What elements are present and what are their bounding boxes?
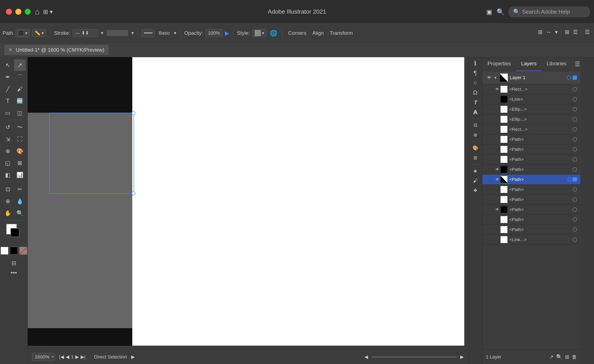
layer-item-14[interactable]: 👁 <Path>: [482, 215, 580, 225]
more-tools-btn[interactable]: •••: [11, 269, 17, 276]
eyedropper-btn[interactable]: 💧: [14, 195, 26, 207]
layer-group-header[interactable]: 👁 ▾ Layer 1: [482, 71, 580, 84]
layer-item-circle-3[interactable]: [573, 107, 577, 111]
layer-item-12[interactable]: 👁 <Path>: [482, 195, 580, 205]
scrollbar-horizontal[interactable]: [28, 346, 464, 350]
pen-tool-btn[interactable]: ✒: [2, 71, 14, 83]
layer-item-11[interactable]: 👁 <Path>: [482, 185, 580, 195]
layer-item-7[interactable]: 👁 <Path>: [482, 144, 580, 155]
layer-item-vis-7[interactable]: 👁: [494, 147, 500, 152]
maximize-button[interactable]: [25, 9, 31, 15]
list-view-icon[interactable]: ☰: [573, 29, 578, 37]
layer-item-4[interactable]: 👁 <Ellip...>: [482, 114, 580, 124]
paragraph-icon[interactable]: ¶: [471, 69, 480, 77]
layer-target-circle[interactable]: [567, 75, 571, 80]
chart-tool-btn[interactable]: 📊: [14, 169, 26, 181]
canvas-area[interactable]: 1600% |◀ ◀ 1 ▶ ▶| Direct Selection ▶ ◀ ▶: [28, 57, 468, 364]
tab-layers[interactable]: Layers: [516, 57, 541, 71]
layer-item-circle-14[interactable]: [573, 217, 577, 222]
artboard-tool-btn[interactable]: ⊡: [2, 183, 14, 195]
align-distribute-icon[interactable]: ⊞: [538, 29, 543, 37]
stroke-value-btn[interactable]: — ⬆⬇: [73, 29, 98, 37]
search-box[interactable]: 🔍 Search Adobe Help: [509, 7, 590, 17]
rect-tool-btn[interactable]: ▭: [2, 107, 14, 119]
layer-expand-chevron[interactable]: ▾: [493, 75, 498, 80]
menu-icon[interactable]: ☰: [585, 29, 590, 37]
shape-builder-btn[interactable]: ⊕: [2, 145, 14, 157]
layer-item-vis-1[interactable]: 👁: [494, 87, 500, 92]
duplicate-layer-btn[interactable]: ⊞: [565, 354, 569, 360]
layer-item-circle-9[interactable]: [573, 167, 577, 172]
layer-item-circle-7[interactable]: [573, 147, 577, 151]
transform-icon[interactable]: ↔: [546, 29, 552, 37]
layer-item-vis-4[interactable]: 👁: [494, 117, 500, 122]
page-prev-btn[interactable]: ◀: [66, 354, 69, 360]
layer-item-vis-3[interactable]: 👁: [494, 107, 500, 112]
swatches-icon[interactable]: ⊞: [471, 154, 480, 162]
layer-item-circle-12[interactable]: [573, 197, 577, 202]
minimize-button[interactable]: [15, 9, 21, 15]
black-swatch[interactable]: [10, 247, 18, 255]
home-icon[interactable]: ⌂: [35, 7, 40, 16]
layer-item-circle-8[interactable]: [573, 157, 577, 162]
layer-item-circle-15[interactable]: [573, 228, 577, 232]
layer-item-vis-10[interactable]: 👁: [494, 177, 500, 182]
layer-item-vis-11[interactable]: 👁: [494, 187, 500, 192]
style-color-btn[interactable]: ▾: [252, 29, 266, 37]
zoom-select[interactable]: 1600%: [32, 353, 55, 361]
layout-icon[interactable]: ⊞ ▾: [43, 8, 53, 15]
layer-item-circle-13[interactable]: [573, 207, 577, 212]
tab-close-btn[interactable]: ✕: [8, 47, 12, 53]
direct-selection-tool-btn[interactable]: ↗: [14, 59, 26, 71]
patterns-icon[interactable]: ❖: [471, 186, 480, 195]
delete-layer-btn[interactable]: 🗑: [572, 354, 577, 360]
layer-item-vis-6[interactable]: 👁: [494, 137, 500, 142]
paintbrush-tool-btn[interactable]: 🖌: [14, 83, 26, 95]
layer-item-circle-1[interactable]: [573, 87, 577, 91]
touch-type-btn[interactable]: 🔤: [14, 95, 26, 107]
make-sublayer-btn[interactable]: ↗: [549, 354, 554, 360]
tab-libraries[interactable]: Libraries: [541, 57, 571, 71]
type-panel-icon[interactable]: 𝙏: [471, 98, 480, 107]
layer-item-circle-4[interactable]: [573, 117, 577, 121]
layer-item-circle-5[interactable]: [573, 127, 577, 131]
zoom-magnify-btn[interactable]: 🔍: [14, 207, 26, 219]
layer-item-vis-15[interactable]: 👁: [494, 228, 500, 232]
layer-item-10[interactable]: 👁 <Path>: [482, 175, 580, 185]
layer-item-circle-16[interactable]: [573, 237, 577, 242]
layer-item-13[interactable]: 👁 <Path>: [482, 205, 580, 215]
layer-item-circle-11[interactable]: [573, 187, 577, 192]
line-tool-btn[interactable]: ╱: [2, 83, 14, 95]
layer-item-vis-13[interactable]: 👁: [494, 207, 500, 212]
align-button[interactable]: Align: [312, 30, 324, 36]
status-scroll-right[interactable]: ▶: [460, 354, 464, 360]
layer-visibility-eye[interactable]: 👁: [486, 74, 493, 81]
align-panel-icon[interactable]: ⊟: [471, 121, 480, 129]
scale-tool-btn[interactable]: ⇲: [2, 133, 14, 145]
more-icon[interactable]: ▾: [555, 29, 558, 37]
scrollbar-vertical[interactable]: [464, 57, 468, 350]
transform-button[interactable]: Transform: [330, 30, 353, 36]
ellipse-icon[interactable]: ○: [471, 79, 480, 87]
layer-item-vis-12[interactable]: 👁: [494, 197, 500, 202]
hand-tool-btn[interactable]: ✋: [2, 207, 14, 219]
layer-item-1[interactable]: 👁 <Rect...>: [482, 84, 580, 94]
mesh-btn[interactable]: ⊠: [14, 157, 26, 169]
status-scroll-left[interactable]: ◀: [364, 354, 368, 360]
layer-item-2[interactable]: 👁 <Line>: [482, 94, 580, 104]
none-swatch[interactable]: [20, 247, 27, 255]
globe-icon[interactable]: 🌐: [270, 30, 277, 37]
opacity-value-btn[interactable]: 100%: [205, 29, 222, 37]
layer-item-5[interactable]: 👁 <Rect...>: [482, 124, 580, 135]
layer-item-vis-9[interactable]: 👁: [494, 167, 500, 172]
layer-item-9[interactable]: 👁 <Path>: [482, 164, 580, 175]
layer-item-circle-6[interactable]: [573, 137, 577, 142]
layer-item-vis-14[interactable]: 👁: [494, 217, 500, 222]
close-button[interactable]: [6, 9, 12, 15]
color-panel-icon[interactable]: 🎨: [471, 144, 480, 152]
perspective-btn[interactable]: ◱: [2, 157, 14, 169]
artboards-btn[interactable]: ⊟: [8, 257, 20, 269]
selection-tool-btn[interactable]: ↖: [2, 59, 14, 71]
symbols-icon[interactable]: ◈: [471, 167, 480, 175]
background-swatch[interactable]: [10, 228, 20, 237]
